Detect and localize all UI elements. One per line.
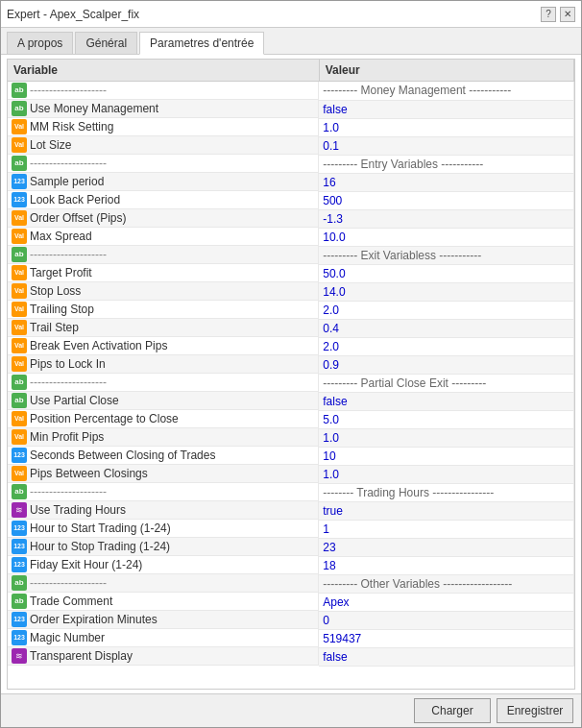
- row-value-cell[interactable]: 500: [319, 191, 573, 209]
- row-value-cell[interactable]: 1.0: [319, 118, 573, 136]
- table-row[interactable]: ValPosition Percentage to Close5.0: [8, 410, 574, 428]
- row-value-cell[interactable]: --------- Money Management -----------: [319, 82, 573, 101]
- tab-general[interactable]: Général: [75, 32, 137, 54]
- row-variable-cell[interactable]: 123Hour to Start Trading (1-24): [8, 520, 319, 538]
- table-row[interactable]: ab---------------------------- Trading H…: [8, 483, 574, 501]
- row-value-cell[interactable]: 14.0: [319, 282, 573, 301]
- enregistrer-button[interactable]: Enregistrer: [497, 698, 573, 723]
- row-value-cell[interactable]: 519437: [319, 629, 573, 647]
- row-variable-cell[interactable]: ValBreak Even Activation Pips: [8, 337, 319, 355]
- row-value-cell[interactable]: 10.0: [319, 228, 573, 246]
- table-row[interactable]: 123Order Expiration Minutes0: [8, 611, 574, 629]
- parameters-table-container[interactable]: Variable Valeur ab----------------------…: [7, 59, 575, 690]
- table-row[interactable]: ≋Transparent Displayfalse: [8, 647, 574, 666]
- table-row[interactable]: ValPips Between Closings1.0: [8, 465, 574, 483]
- row-variable-cell[interactable]: ValLot Size: [8, 136, 319, 155]
- table-row[interactable]: ValStop Loss14.0: [8, 282, 574, 301]
- table-row[interactable]: ValPips to Lock In0.9: [8, 355, 574, 374]
- row-value-cell[interactable]: 1.0: [319, 428, 573, 447]
- row-value-cell[interactable]: false: [319, 100, 573, 118]
- row-variable-cell[interactable]: ValPips to Lock In: [8, 355, 319, 374]
- table-row[interactable]: 123Fiday Exit Hour (1-24)18: [8, 556, 574, 574]
- row-value-cell[interactable]: 1: [319, 520, 573, 538]
- row-value-cell[interactable]: 2.0: [319, 337, 573, 355]
- row-value-cell[interactable]: 23: [319, 538, 573, 556]
- row-value-cell[interactable]: 16: [319, 173, 573, 191]
- charger-button[interactable]: Charger: [414, 698, 491, 723]
- row-value-cell[interactable]: 0.1: [319, 136, 573, 155]
- row-value-cell[interactable]: 50.0: [319, 264, 573, 282]
- table-row[interactable]: 123Hour to Stop Trading (1-24)23: [8, 538, 574, 556]
- table-row[interactable]: ab----------------------------- Exit Var…: [8, 246, 574, 264]
- row-variable-cell[interactable]: ab--------------------: [8, 246, 319, 264]
- row-value-cell[interactable]: 10: [319, 447, 573, 465]
- table-row[interactable]: ValLot Size0.1: [8, 136, 574, 155]
- table-row[interactable]: ValTarget Profit50.0: [8, 264, 574, 282]
- row-variable-cell[interactable]: ValStop Loss: [8, 282, 319, 301]
- row-value-cell[interactable]: --------- Entry Variables -----------: [319, 155, 573, 173]
- row-value-cell[interactable]: 5.0: [319, 410, 573, 428]
- table-row[interactable]: ValMin Profit Pips1.0: [8, 428, 574, 447]
- row-variable-cell[interactable]: ab--------------------: [8, 155, 319, 173]
- row-value-cell[interactable]: 1.0: [319, 465, 573, 483]
- row-variable-cell[interactable]: ab--------------------: [8, 374, 319, 392]
- table-row[interactable]: 123Hour to Start Trading (1-24)1: [8, 520, 574, 538]
- row-variable-cell[interactable]: ab--------------------: [8, 574, 319, 593]
- row-variable-cell[interactable]: ValPosition Percentage to Close: [8, 410, 319, 428]
- row-variable-cell[interactable]: abUse Money Management: [8, 100, 319, 118]
- help-button[interactable]: ?: [541, 7, 556, 22]
- table-row[interactable]: ValBreak Even Activation Pips2.0: [8, 337, 574, 355]
- row-variable-cell[interactable]: ValMin Profit Pips: [8, 428, 319, 447]
- row-value-cell[interactable]: 0: [319, 611, 573, 629]
- row-variable-cell[interactable]: ab--------------------: [8, 483, 319, 501]
- row-value-cell[interactable]: -------- Trading Hours ----------------: [319, 483, 573, 501]
- table-row[interactable]: ValOrder Offset (Pips)-1.3: [8, 209, 574, 228]
- table-row[interactable]: abUse Money Managementfalse: [8, 100, 574, 118]
- table-row[interactable]: abTrade CommentApex: [8, 593, 574, 611]
- row-variable-cell[interactable]: ≋Transparent Display: [8, 647, 319, 666]
- row-variable-cell[interactable]: ab--------------------: [8, 82, 319, 100]
- row-variable-cell[interactable]: 123Seconds Between Closing of Trades: [8, 447, 319, 465]
- row-variable-cell[interactable]: ValTrailing Stop: [8, 301, 319, 319]
- tab-apropos[interactable]: A propos: [7, 32, 73, 54]
- row-variable-cell[interactable]: ValTarget Profit: [8, 264, 319, 282]
- table-row[interactable]: ab----------------------------- Other Va…: [8, 574, 574, 593]
- row-variable-cell[interactable]: ValPips Between Closings: [8, 465, 319, 483]
- table-row[interactable]: ≋Use Trading Hourstrue: [8, 501, 574, 520]
- table-row[interactable]: ab----------------------------- Entry Va…: [8, 155, 574, 173]
- row-value-cell[interactable]: --------- Partial Close Exit ---------: [319, 374, 573, 392]
- table-row[interactable]: ab----------------------------- Money Ma…: [8, 82, 574, 101]
- table-row[interactable]: 123Magic Number519437: [8, 629, 574, 647]
- row-value-cell[interactable]: false: [319, 647, 573, 666]
- table-row[interactable]: ValTrail Step0.4: [8, 319, 574, 337]
- row-variable-cell[interactable]: 123Hour to Stop Trading (1-24): [8, 538, 319, 556]
- row-variable-cell[interactable]: ValMax Spread: [8, 228, 319, 246]
- row-variable-cell[interactable]: 123Sample period: [8, 173, 319, 191]
- row-value-cell[interactable]: 0.9: [319, 355, 573, 374]
- row-variable-cell[interactable]: ValOrder Offset (Pips): [8, 209, 319, 228]
- row-value-cell[interactable]: -1.3: [319, 209, 573, 228]
- row-value-cell[interactable]: 0.4: [319, 319, 573, 337]
- row-variable-cell[interactable]: 123Look Back Period: [8, 191, 319, 209]
- table-row[interactable]: 123Seconds Between Closing of Trades10: [8, 447, 574, 465]
- table-row[interactable]: ab----------------------------- Partial …: [8, 374, 574, 392]
- table-row[interactable]: ValMax Spread10.0: [8, 228, 574, 246]
- table-row[interactable]: 123Look Back Period500: [8, 191, 574, 209]
- row-variable-cell[interactable]: ≋Use Trading Hours: [8, 501, 319, 520]
- table-row[interactable]: 123Sample period16: [8, 173, 574, 191]
- row-variable-cell[interactable]: 123Fiday Exit Hour (1-24): [8, 556, 319, 574]
- row-variable-cell[interactable]: abTrade Comment: [8, 593, 319, 611]
- row-value-cell[interactable]: Apex: [319, 593, 573, 611]
- row-variable-cell[interactable]: 123Order Expiration Minutes: [8, 611, 319, 629]
- row-variable-cell[interactable]: ValMM Risk Setting: [8, 118, 319, 136]
- row-value-cell[interactable]: true: [319, 501, 573, 520]
- row-value-cell[interactable]: --------- Exit Variabless -----------: [319, 246, 573, 264]
- row-variable-cell[interactable]: abUse Partial Close: [8, 392, 319, 410]
- table-row[interactable]: abUse Partial Closefalse: [8, 392, 574, 410]
- row-value-cell[interactable]: 2.0: [319, 301, 573, 319]
- row-variable-cell[interactable]: ValTrail Step: [8, 319, 319, 337]
- close-button[interactable]: ✕: [560, 7, 575, 22]
- row-value-cell[interactable]: --------- Other Variables --------------…: [319, 574, 573, 593]
- table-row[interactable]: ValTrailing Stop2.0: [8, 301, 574, 319]
- row-value-cell[interactable]: 18: [319, 556, 573, 574]
